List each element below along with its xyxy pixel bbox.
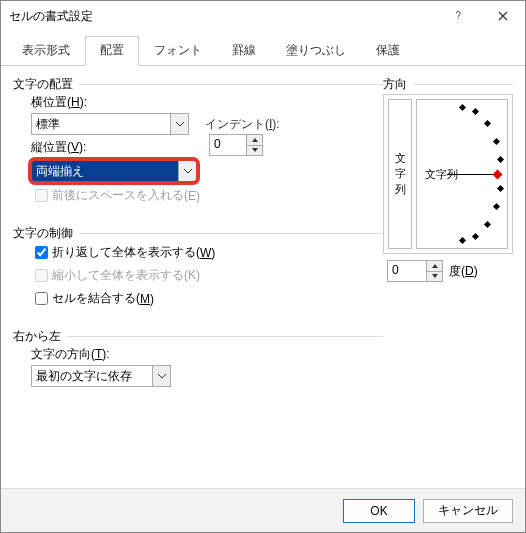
merge-checkbox[interactable]: セルを結合する(M) (31, 289, 373, 308)
cancel-button[interactable]: キャンセル (423, 499, 513, 523)
footer: OK キャンセル (1, 488, 525, 532)
vertical-text-button[interactable]: 文 字 列 (388, 99, 412, 249)
vertical-combo[interactable]: 両端揃え (31, 160, 197, 182)
text-direction-combo[interactable]: 最初の文字に依存 (31, 365, 171, 387)
indent-label: インデント(I): (205, 116, 280, 133)
degree-value: 0 (388, 261, 426, 281)
degree-spinner[interactable]: 0 (387, 260, 443, 282)
group-title-control: 文字の制御 (13, 225, 79, 242)
chevron-down-icon[interactable] (170, 114, 188, 134)
tab-protection[interactable]: 保護 (361, 36, 415, 66)
window-title: セルの書式設定 (9, 8, 435, 25)
horizontal-label: 横位置(H): (31, 94, 373, 111)
group-text-control: 文字の制御 折り返して全体を表示する(W) 縮小して全体を表示する(K) セルを… (13, 225, 383, 320)
spin-down-icon[interactable] (247, 145, 262, 156)
orientation-indicator-line (447, 174, 497, 175)
degree-label: 度(D) (449, 263, 478, 280)
justify-space-checkbox: 前後にスペースを入れる(E) (31, 186, 373, 205)
orientation-indicator-dot (493, 169, 503, 179)
shrink-checkbox: 縮小して全体を表示する(K) (31, 266, 373, 285)
group-title-alignment: 文字の配置 (13, 76, 79, 93)
tab-fill[interactable]: 塗りつぶし (271, 36, 361, 66)
orientation-dial[interactable]: 文字列 (416, 99, 508, 249)
spin-up-icon[interactable] (247, 135, 262, 145)
ok-button[interactable]: OK (343, 499, 415, 523)
text-direction-label: 文字の方向(T): (31, 346, 373, 363)
horizontal-combo[interactable]: 標準 (31, 113, 189, 135)
group-title-rtl: 右から左 (13, 328, 67, 345)
wrap-checkbox[interactable]: 折り返して全体を表示する(W) (31, 243, 373, 262)
chevron-down-icon[interactable] (178, 161, 196, 181)
indent-value: 0 (210, 135, 246, 155)
close-button[interactable] (480, 1, 525, 31)
svg-text:?: ? (455, 11, 461, 21)
tab-number-format[interactable]: 表示形式 (7, 36, 85, 66)
horizontal-value: 標準 (32, 114, 170, 134)
tabstrip: 表示形式 配置 フォント 罫線 塗りつぶし 保護 (1, 31, 525, 66)
text-direction-value: 最初の文字に依存 (32, 366, 152, 386)
help-button[interactable]: ? (435, 1, 480, 31)
spin-down-icon[interactable] (427, 271, 442, 282)
tab-font[interactable]: フォント (139, 36, 217, 66)
spin-up-icon[interactable] (427, 261, 442, 271)
group-text-alignment: 文字の配置 横位置(H): 標準 インデント(I): 縦位置(V): 0 (13, 76, 383, 217)
vertical-value: 両端揃え (32, 161, 178, 181)
indent-spinner[interactable]: 0 (209, 134, 263, 156)
tab-alignment[interactable]: 配置 (85, 36, 139, 66)
chevron-down-icon[interactable] (152, 366, 170, 386)
group-rtl: 右から左 文字の方向(T): 最初の文字に依存 (13, 328, 383, 395)
titlebar: セルの書式設定 ? (1, 1, 525, 31)
group-orientation: 方向 文 字 列 文字列 (383, 76, 513, 290)
group-title-orientation: 方向 (383, 76, 413, 93)
orientation-box: 文 字 列 文字列 (383, 94, 513, 254)
tab-border[interactable]: 罫線 (217, 36, 271, 66)
